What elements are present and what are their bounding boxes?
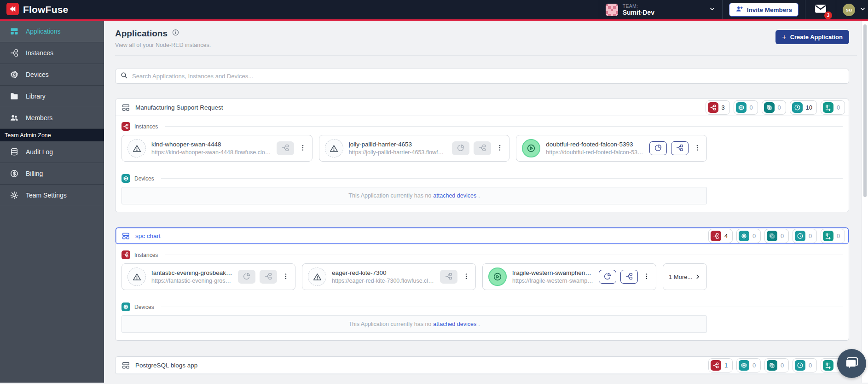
instance-card[interactable]: doubtful-red-footed-falcon-5393 https://… xyxy=(516,135,707,162)
open-editor-button[interactable] xyxy=(620,270,638,284)
dollar-circle-icon xyxy=(10,169,19,178)
invite-section: Invite Members xyxy=(722,0,805,19)
pie-chart-icon xyxy=(457,144,465,153)
node-red-instances-icon xyxy=(10,48,19,58)
application-header-row[interactable]: Manufacturing Support Request 3 0 xyxy=(116,99,849,116)
sidebar-item-devices[interactable]: Devices xyxy=(0,64,104,86)
dashboard-button[interactable] xyxy=(599,270,616,284)
section-divider xyxy=(161,178,843,179)
sidebar-item-team-settings[interactable]: Team Settings xyxy=(0,185,104,206)
badge-count: 0 xyxy=(752,233,756,239)
instance-name: fragile-western-swamphen-2732 xyxy=(512,269,593,276)
application-name: Manufacturing Support Request xyxy=(135,104,223,111)
more-instances-card[interactable]: 1 More... xyxy=(663,263,707,290)
badge-device-groups: 0 xyxy=(764,229,789,243)
sidebar-item-audit-log[interactable]: Audit Log xyxy=(0,141,104,163)
kebab-icon xyxy=(496,144,503,153)
instance-url: https://fantastic-evening-grosbeak-8886.… xyxy=(151,278,232,284)
pipelines-icon xyxy=(823,231,833,241)
node-red-editor-icon xyxy=(478,144,486,153)
badge-snapshots: 0 xyxy=(793,229,817,243)
sidebar-item-members[interactable]: Members xyxy=(0,107,104,129)
devices-empty-state: This Application currently has no attach… xyxy=(122,315,707,333)
badge-count: 0 xyxy=(781,362,784,369)
kebab-menu-button[interactable] xyxy=(298,141,307,155)
instance-warning-icon xyxy=(127,139,146,157)
instance-card[interactable]: fantastic-evening-grosbeak-8886 https://… xyxy=(122,263,295,290)
invite-members-button[interactable]: Invite Members xyxy=(729,3,799,17)
open-editor-button[interactable] xyxy=(260,270,277,284)
application-icon xyxy=(122,232,130,240)
search-bar xyxy=(115,69,849,84)
attached-devices-link[interactable]: attached devices xyxy=(433,192,476,199)
dashboard-button[interactable] xyxy=(238,270,255,284)
open-editor-button[interactable] xyxy=(277,141,294,155)
instance-name: doubtful-red-footed-falcon-5393 xyxy=(546,141,644,148)
instance-card[interactable]: jolly-pallid-harrier-4653 https://jolly-… xyxy=(319,135,510,162)
kebab-icon xyxy=(282,273,289,281)
kebab-menu-button[interactable] xyxy=(281,270,290,284)
badge-count: 0 xyxy=(781,233,784,239)
dashboard-button[interactable] xyxy=(452,141,469,155)
open-editor-button[interactable] xyxy=(440,270,457,284)
sidebar: Applications Instances Devices Library xyxy=(0,21,104,383)
sidebar-item-billing[interactable]: Billing xyxy=(0,163,104,185)
sidebar-item-label: Billing xyxy=(26,170,43,177)
info-icon[interactable] xyxy=(172,29,179,39)
application-name: PostgreSQL blogs app xyxy=(135,362,197,369)
instances-section-label: Instances xyxy=(134,252,158,258)
notifications-section: 3 xyxy=(805,0,836,19)
kebab-menu-button[interactable] xyxy=(495,141,504,155)
create-application-button[interactable]: + Create Application xyxy=(775,30,849,44)
application-header-row[interactable]: PostgreSQL blogs app 1 0 0 xyxy=(116,357,849,374)
badge-instances: 3 xyxy=(706,100,730,115)
application-card: PostgreSQL blogs app 1 0 0 xyxy=(115,356,849,374)
invite-members-label: Invite Members xyxy=(747,6,792,13)
instance-card[interactable]: eager-red-kite-7300 https://eager-red-ki… xyxy=(302,263,476,290)
kebab-menu-button[interactable] xyxy=(462,270,471,284)
badge-snapshots: 0 xyxy=(793,358,817,372)
flowfuse-logo-icon xyxy=(6,3,19,17)
pipelines-icon xyxy=(823,360,833,371)
kebab-menu-button[interactable] xyxy=(693,141,702,155)
mail-button[interactable]: 3 xyxy=(812,2,829,17)
chip-icon xyxy=(122,303,130,311)
chip-group-icon xyxy=(767,360,777,371)
chat-button[interactable] xyxy=(837,349,866,378)
open-editor-button[interactable] xyxy=(671,141,689,155)
header-divider xyxy=(115,55,857,56)
sidebar-item-label: Library xyxy=(26,93,46,100)
node-red-editor-icon xyxy=(281,144,289,153)
kebab-menu-button[interactable] xyxy=(642,270,651,284)
dashboard-button[interactable] xyxy=(649,141,667,155)
attached-devices-link[interactable]: attached devices xyxy=(433,321,476,327)
empty-devices-text: This Application currently has no xyxy=(348,321,431,327)
node-red-icon xyxy=(711,231,721,241)
badge-devices: 0 xyxy=(736,229,761,243)
badge-count: 3 xyxy=(722,104,725,111)
application-card: spc chart 4 0 0 xyxy=(115,227,849,341)
search-input[interactable] xyxy=(132,73,844,80)
instance-warning-icon xyxy=(325,139,343,157)
sidebar-item-label: Members xyxy=(26,114,52,122)
application-header-row[interactable]: spc chart 4 0 0 xyxy=(116,227,849,244)
flowfuse-logo[interactable]: FlowFuse xyxy=(6,3,68,17)
devices-section-label: Devices xyxy=(134,304,154,310)
open-editor-button[interactable] xyxy=(474,141,491,155)
section-divider xyxy=(165,126,843,127)
clock-icon xyxy=(792,102,803,113)
badge-instances: 4 xyxy=(708,229,733,243)
section-divider xyxy=(161,307,843,307)
instance-card[interactable]: fragile-western-swamphen-2732 https://fr… xyxy=(482,263,656,290)
instance-card[interactable]: kind-whooper-swan-4448 https://kind-whoo… xyxy=(122,135,312,162)
pie-chart-icon xyxy=(654,144,662,153)
sidebar-item-library[interactable]: Library xyxy=(0,86,104,107)
scrollbar-thumb[interactable] xyxy=(863,24,867,197)
instance-name: kind-whooper-swan-4448 xyxy=(151,141,271,148)
user-avatar: su xyxy=(843,4,855,16)
team-selector[interactable]: TEAM: Sumit-Dev xyxy=(599,0,722,19)
sidebar-item-applications[interactable]: Applications xyxy=(0,21,104,42)
user-menu[interactable]: su xyxy=(836,0,868,19)
kebab-icon xyxy=(299,144,307,153)
sidebar-item-instances[interactable]: Instances xyxy=(0,42,104,64)
